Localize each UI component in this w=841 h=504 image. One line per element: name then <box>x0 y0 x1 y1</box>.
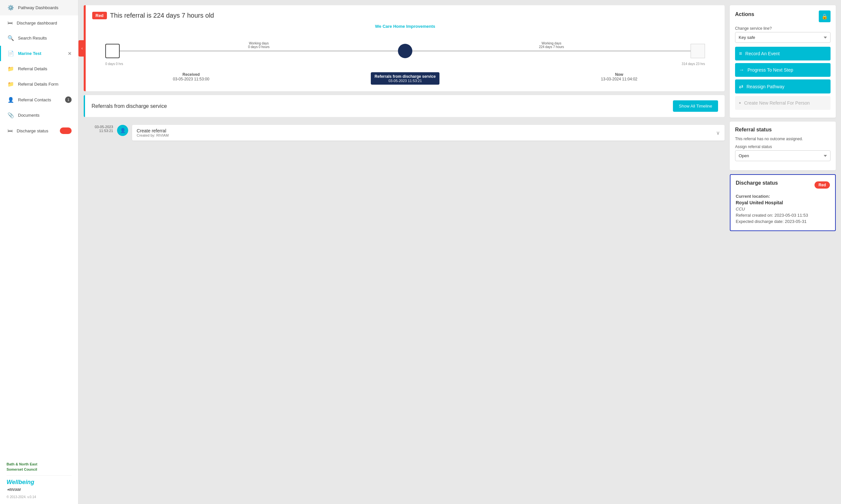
step-box-end <box>691 44 705 58</box>
location-unit: CCU <box>736 206 830 212</box>
step-label-1: Working days <box>120 41 398 45</box>
discharge-status-header: Discharge status Red <box>736 180 830 190</box>
actions-header: Actions 🔒 <box>735 11 830 22</box>
step-label-2: Working days <box>412 41 691 45</box>
referral-status-panel: Referral status This referral has no out… <box>730 122 836 170</box>
reassign-icon: ⇄ <box>739 83 743 90</box>
current-location-label: Current location: <box>736 194 770 199</box>
discharge-status-panel: Discharge status Red Current location: R… <box>730 174 836 231</box>
collapse-sidebar-btn[interactable]: ‹ <box>78 40 86 56</box>
contacts-badge: 1 <box>65 96 72 103</box>
progress-next-step-button[interactable]: → Progress To Next Step <box>735 63 830 77</box>
copyright-text: © 2013-2024. v.0.14 <box>6 495 72 499</box>
red-badge: Red <box>92 12 107 19</box>
sidebar-item-search-results[interactable]: 🔍 Search Results <box>0 31 78 46</box>
timeline-steps: Working days 0 days 0 hours Working days… <box>105 44 705 58</box>
timeline-nodes: Received 03-05-2023 11:53:00 Referrals f… <box>92 72 718 85</box>
sub-time-1: 0 days 0 hrs <box>105 62 123 66</box>
sidebar-footer: Bath & North EastSomerset Council Wellbe… <box>0 456 78 504</box>
contact-icon: 👤 <box>7 97 14 103</box>
document-icon: 📄 <box>7 50 14 56</box>
sidebar-item-marine-test[interactable]: 📄 Marine Test ✕ <box>0 46 78 61</box>
referral-age-text: This referral is 224 days 7 hours old <box>110 12 214 19</box>
pathway-dashboards-icon: ⚙️ <box>7 4 14 11</box>
discharge-title: Referrals from discharge service <box>92 103 167 109</box>
node-discharge: Referrals from discharge service 03-05-2… <box>371 72 440 85</box>
sidebar-item-pathway-dashboards[interactable]: ⚙️ Pathway Dashboards <box>0 0 78 15</box>
sidebar-item-referral-details[interactable]: 📁 Referral Details <box>0 61 78 76</box>
event-expand-icon[interactable]: ∨ <box>716 130 720 136</box>
step-line-2: Working days 224 days 7 hours <box>412 51 691 51</box>
sidebar-item-referral-contacts[interactable]: 👤 Referral Contacts 1 <box>0 92 78 108</box>
step-circle-active <box>398 44 412 58</box>
sidebar: ⚙️ Pathway Dashboards 🛏 Discharge dashbo… <box>0 0 78 504</box>
folder-icon: 📁 <box>7 66 14 72</box>
record-event-button[interactable]: ≡ Record An Event <box>735 47 830 60</box>
wellbeing-logo: Wellbeing✦RIVIAM <box>6 479 72 492</box>
record-event-icon: ≡ <box>739 51 742 56</box>
org-name: We Care Home Improvements <box>92 24 718 29</box>
step-box-start <box>105 44 120 58</box>
event-date: 03-05-2023 11:53:21 <box>84 125 113 133</box>
sidebar-item-documents[interactable]: 📎 Documents <box>0 108 78 123</box>
actions-panel: Actions 🔒 Change service line? Key safe … <box>730 5 836 118</box>
discharge-dashboard-icon: 🛏 <box>7 20 13 26</box>
main-content: ‹ Red This referral is 224 days 7 hours … <box>78 0 730 504</box>
create-referral-button[interactable]: ▪ Create New Referral For Person <box>735 96 830 110</box>
event-row: 03-05-2023 11:53:21 👤 Create referral Cr… <box>84 125 724 141</box>
progress-icon: → <box>739 67 744 73</box>
discharge-card: Referrals from discharge service Show Al… <box>84 95 724 117</box>
lock-button[interactable]: 🔒 <box>819 11 830 22</box>
sidebar-item-referral-details-form[interactable]: 📁 Referral Details Form <box>0 76 78 92</box>
folder2-icon: 📁 <box>7 81 14 87</box>
banes-logo: Bath & North EastSomerset Council <box>6 462 72 475</box>
show-all-timeline-button[interactable]: Show All Timeline <box>673 100 718 112</box>
right-panel: Actions 🔒 Change service line? Key safe … <box>730 0 841 504</box>
node-received: Received 03-05-2023 11:53:00 <box>173 72 209 85</box>
reassign-pathway-button[interactable]: ⇄ Reassign Pathway <box>735 79 830 93</box>
actions-title: Actions <box>735 12 754 17</box>
location-name: Royal United Hospital <box>736 200 830 205</box>
sidebar-item-discharge-dashboard[interactable]: 🛏 Discharge dashboard <box>0 15 78 31</box>
discharge-status-title: Discharge status <box>736 180 778 186</box>
assign-status-label: Assign referral status <box>735 144 830 149</box>
close-tab-icon[interactable]: ✕ <box>68 51 72 56</box>
discharge-status-icon: 🛏 <box>7 128 13 134</box>
step-line-1: Working days 0 days 0 hours <box>120 51 398 51</box>
search-icon: 🔍 <box>7 35 14 41</box>
event-by: Created by: RIVIAM <box>137 133 169 137</box>
sub-time-2: 314 days 23 hrs <box>682 62 705 66</box>
expected-discharge-text: Expected discharge date: 2023-05-31 <box>736 219 830 224</box>
step-value-1: 0 days 0 hours <box>120 45 398 49</box>
referral-created-text: Referral created on: 2023-05-03 11:53 <box>736 213 830 218</box>
event-content: Create referral Created by: RIVIAM ∨ <box>132 125 724 141</box>
timeline-card: ‹ Red This referral is 224 days 7 hours … <box>84 5 724 91</box>
documents-icon: 📎 <box>7 112 14 118</box>
referral-status-select[interactable]: Open <box>735 150 830 161</box>
service-line-label: Change service line? <box>735 26 830 31</box>
no-outcome-text: This referral has no outcome assigned. <box>735 137 830 141</box>
event-title: Create referral <box>137 128 169 133</box>
node-now: Now 13-03-2024 11:04:02 <box>601 72 637 85</box>
referral-status-title: Referral status <box>735 127 830 133</box>
discharge-info: Current location: Royal United Hospital … <box>736 194 830 224</box>
step-value-2: 224 days 7 hours <box>412 45 691 49</box>
create-referral-icon: ▪ <box>739 100 741 106</box>
discharge-status-toggle[interactable] <box>60 127 72 134</box>
event-user-icon: 👤 <box>117 125 128 136</box>
service-line-select[interactable]: Key safe <box>735 32 830 43</box>
sidebar-item-discharge-status[interactable]: 🛏 Discharge status <box>0 123 78 139</box>
discharge-status-badge: Red <box>815 181 830 188</box>
